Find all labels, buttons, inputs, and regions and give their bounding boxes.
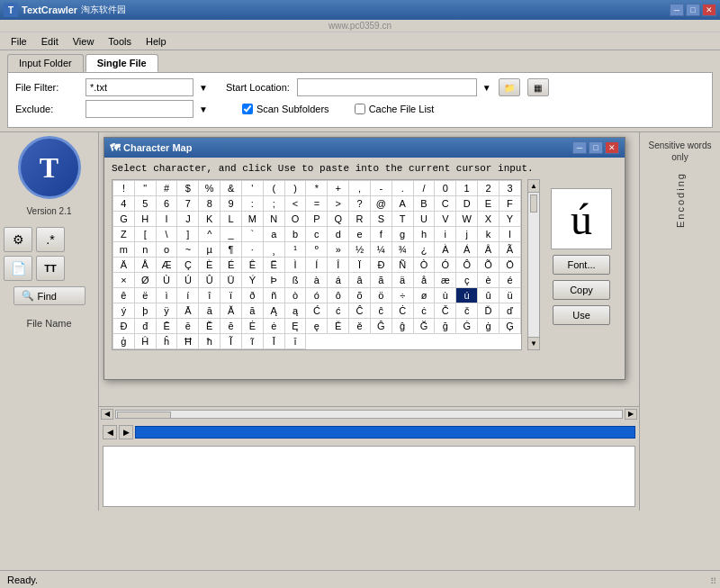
char-cell[interactable]: / bbox=[413, 181, 435, 196]
char-cell[interactable]: : bbox=[241, 196, 263, 212]
char-cell[interactable]: ý bbox=[113, 303, 135, 319]
char-cell[interactable]: 7 bbox=[177, 196, 199, 212]
char-cell[interactable]: Ē bbox=[156, 319, 177, 334]
char-cell[interactable]: ú bbox=[456, 288, 478, 303]
char-cell[interactable]: C bbox=[435, 196, 456, 212]
char-cell[interactable]: ĕ bbox=[220, 319, 242, 334]
file-button[interactable]: 📄 bbox=[4, 256, 32, 281]
char-cell[interactable]: T bbox=[392, 212, 413, 227]
char-cell[interactable]: k bbox=[478, 227, 500, 242]
char-cell[interactable]: e bbox=[349, 227, 371, 242]
find-button[interactable]: 🔍 Find bbox=[14, 286, 86, 305]
char-cell[interactable]: O bbox=[284, 212, 306, 227]
char-cell[interactable]: & bbox=[220, 181, 242, 196]
char-cell[interactable]: l bbox=[499, 227, 520, 242]
char-cell[interactable]: ð bbox=[241, 288, 263, 303]
char-cell[interactable]: a bbox=[263, 227, 284, 242]
char-cell[interactable]: ç bbox=[456, 273, 478, 288]
browse-folder-button[interactable]: 📁 bbox=[499, 78, 520, 96]
char-cell[interactable]: ü bbox=[499, 288, 520, 303]
char-cell[interactable]: é bbox=[499, 273, 520, 288]
char-cell[interactable]: * bbox=[306, 181, 328, 196]
char-cell[interactable]: à bbox=[306, 273, 328, 288]
char-cell[interactable]: E bbox=[478, 196, 500, 212]
char-cell[interactable]: ß bbox=[284, 273, 306, 288]
char-cell[interactable]: Q bbox=[328, 212, 349, 227]
char-cell[interactable]: Ā bbox=[177, 303, 199, 319]
char-cell[interactable]: ĥ bbox=[156, 334, 177, 349]
char-cell[interactable]: Ú bbox=[177, 273, 199, 288]
char-cell[interactable]: b bbox=[284, 227, 306, 242]
char-cell[interactable]: ä bbox=[392, 273, 413, 288]
settings-button[interactable]: ⚙ bbox=[4, 227, 32, 252]
char-cell[interactable]: h bbox=[413, 227, 435, 242]
char-cell[interactable]: R bbox=[349, 212, 371, 227]
char-cell[interactable]: ê bbox=[113, 288, 135, 303]
scroll-right-arrow[interactable]: ▶ bbox=[625, 409, 637, 420]
char-cell[interactable]: Č bbox=[435, 303, 456, 319]
char-cell[interactable]: ÷ bbox=[392, 288, 413, 303]
char-cell[interactable]: Ĩ bbox=[220, 334, 242, 349]
char-cell[interactable]: Ĉ bbox=[349, 303, 371, 319]
char-cell[interactable]: Ü bbox=[220, 273, 242, 288]
char-cell[interactable]: ï bbox=[220, 288, 242, 303]
char-cell[interactable]: ö bbox=[370, 288, 392, 303]
scroll-up-arrow[interactable]: ▲ bbox=[528, 180, 539, 193]
menu-tools[interactable]: Tools bbox=[101, 34, 139, 49]
char-cell[interactable]: ó bbox=[306, 288, 328, 303]
char-cell[interactable]: X bbox=[478, 212, 500, 227]
next-button[interactable]: ▶ bbox=[119, 425, 133, 439]
char-cell[interactable]: ¶ bbox=[220, 242, 242, 258]
char-cell[interactable]: ; bbox=[263, 196, 284, 212]
char-cell[interactable]: ø bbox=[413, 288, 435, 303]
char-cell[interactable]: F bbox=[499, 196, 520, 212]
exclude-arrow[interactable]: ▼ bbox=[199, 104, 208, 114]
char-cell[interactable]: W bbox=[456, 212, 478, 227]
char-cell[interactable]: ! bbox=[113, 181, 135, 196]
char-cell[interactable]: Í bbox=[306, 258, 328, 273]
char-cell[interactable]: É bbox=[220, 258, 242, 273]
char-cell[interactable]: % bbox=[199, 181, 220, 196]
char-cell[interactable]: ` bbox=[241, 227, 263, 242]
char-cell[interactable]: û bbox=[478, 288, 500, 303]
char-cell[interactable]: Ø bbox=[134, 273, 156, 288]
char-cell[interactable]: Ą bbox=[263, 303, 284, 319]
char-cell[interactable]: M bbox=[241, 212, 263, 227]
char-cell[interactable]: ¾ bbox=[392, 242, 413, 258]
char-cell[interactable]: Þ bbox=[263, 273, 284, 288]
char-cell[interactable]: 2 bbox=[478, 181, 500, 196]
char-cell[interactable]: Ę bbox=[284, 319, 306, 334]
char-cell[interactable]: ć bbox=[328, 303, 349, 319]
char-cell[interactable]: Ć bbox=[306, 303, 328, 319]
char-cell[interactable]: ¿ bbox=[413, 242, 435, 258]
char-cell[interactable]: ¹ bbox=[284, 242, 306, 258]
char-cell[interactable]: 4 bbox=[113, 196, 135, 212]
char-cell[interactable]: c bbox=[306, 227, 328, 242]
dialog-close-button[interactable]: ✕ bbox=[605, 141, 619, 154]
char-cell[interactable]: Đ bbox=[113, 319, 135, 334]
file-filter-arrow[interactable]: ▼ bbox=[199, 83, 208, 93]
char-cell[interactable]: Ĕ bbox=[199, 319, 220, 334]
char-cell[interactable]: Ğ bbox=[413, 319, 435, 334]
dialog-maximize-button[interactable]: □ bbox=[589, 141, 603, 154]
file-filter-input[interactable] bbox=[86, 78, 194, 96]
char-cell[interactable]: ] bbox=[177, 227, 199, 242]
char-cell[interactable]: ģ bbox=[113, 334, 135, 349]
char-cell[interactable]: N bbox=[263, 212, 284, 227]
char-cell[interactable]: ) bbox=[284, 181, 306, 196]
prev-button[interactable]: ◀ bbox=[103, 425, 117, 439]
char-cell[interactable]: 1 bbox=[456, 181, 478, 196]
exclude-input[interactable] bbox=[86, 100, 194, 118]
char-cell[interactable]: @ bbox=[370, 196, 392, 212]
char-cell[interactable]: µ bbox=[199, 242, 220, 258]
char-cell[interactable]: n bbox=[134, 242, 156, 258]
minimize-button[interactable]: ─ bbox=[670, 4, 684, 16]
char-cell[interactable]: Ù bbox=[156, 273, 177, 288]
char-cell[interactable]: » bbox=[328, 242, 349, 258]
char-cell[interactable]: ' bbox=[241, 181, 263, 196]
char-cell[interactable]: 8 bbox=[199, 196, 220, 212]
char-cell[interactable]: , bbox=[349, 181, 371, 196]
horiz-scroll-thumb[interactable] bbox=[117, 412, 171, 419]
char-cell[interactable]: č bbox=[456, 303, 478, 319]
char-cell[interactable]: i bbox=[435, 227, 456, 242]
